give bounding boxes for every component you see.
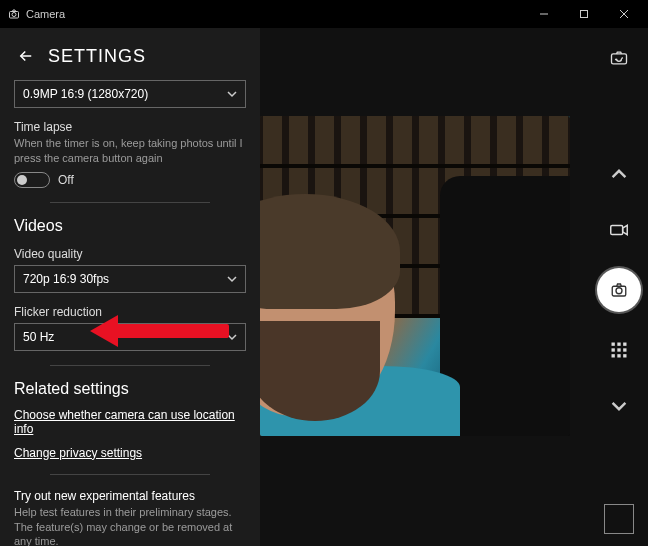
minimize-button[interactable] xyxy=(524,0,564,28)
svg-rect-15 xyxy=(612,354,615,357)
svg-rect-6 xyxy=(612,54,627,64)
location-link[interactable]: Choose whether camera can use location i… xyxy=(14,408,246,436)
svg-rect-16 xyxy=(617,354,620,357)
video-quality-value: 720p 16:9 30fps xyxy=(23,272,109,286)
timelapse-label: Time lapse xyxy=(14,120,246,134)
experimental-desc: Help test features in their preliminary … xyxy=(14,505,246,546)
chevron-down-icon xyxy=(227,89,237,99)
window-title: Camera xyxy=(26,8,65,20)
videos-heading: Videos xyxy=(14,217,246,235)
svg-rect-10 xyxy=(612,343,615,346)
settings-title: SETTINGS xyxy=(48,46,146,67)
photo-resolution-dropdown[interactable]: 0.9MP 16:9 (1280x720) xyxy=(14,80,246,108)
maximize-button[interactable] xyxy=(564,0,604,28)
shutter-button[interactable] xyxy=(597,268,641,312)
switch-camera-button[interactable] xyxy=(601,40,637,76)
divider xyxy=(50,365,210,366)
chevron-up-icon[interactable] xyxy=(601,156,637,192)
title-bar: Camera xyxy=(0,0,648,28)
flicker-value: 50 Hz xyxy=(23,330,54,344)
photo-resolution-value: 0.9MP 16:9 (1280x720) xyxy=(23,87,148,101)
svg-rect-12 xyxy=(623,343,626,346)
chevron-down-icon xyxy=(227,332,237,342)
svg-rect-17 xyxy=(623,354,626,357)
svg-rect-13 xyxy=(612,348,615,351)
barcode-mode-button[interactable] xyxy=(601,332,637,368)
right-rail xyxy=(590,28,648,546)
timelapse-toggle[interactable] xyxy=(14,172,50,188)
video-mode-button[interactable] xyxy=(601,212,637,248)
experimental-label: Try out new experimental features xyxy=(14,489,246,503)
camera-roll-thumbnail[interactable] xyxy=(604,504,634,534)
flicker-dropdown[interactable]: 50 Hz xyxy=(14,323,246,351)
privacy-link[interactable]: Change privacy settings xyxy=(14,446,142,460)
svg-point-9 xyxy=(616,288,622,294)
timelapse-state: Off xyxy=(58,173,74,187)
timelapse-desc: When the timer is on, keep taking photos… xyxy=(14,136,246,166)
svg-point-1 xyxy=(12,13,16,17)
divider xyxy=(50,474,210,475)
close-button[interactable] xyxy=(604,0,644,28)
svg-rect-11 xyxy=(617,343,620,346)
settings-panel: SETTINGS 0.9MP 16:9 (1280x720) Time laps… xyxy=(0,28,260,546)
video-quality-label: Video quality xyxy=(14,247,246,261)
chevron-down-icon xyxy=(227,274,237,284)
flicker-label: Flicker reduction xyxy=(14,305,246,319)
camera-preview xyxy=(260,116,570,436)
camera-app-icon xyxy=(8,8,20,20)
video-quality-dropdown[interactable]: 720p 16:9 30fps xyxy=(14,265,246,293)
svg-rect-7 xyxy=(611,225,623,234)
svg-rect-3 xyxy=(581,11,588,18)
svg-rect-18 xyxy=(617,348,620,351)
svg-rect-14 xyxy=(623,348,626,351)
back-button[interactable] xyxy=(14,44,38,68)
chevron-down-icon[interactable] xyxy=(601,388,637,424)
related-heading: Related settings xyxy=(14,380,246,398)
divider xyxy=(50,202,210,203)
